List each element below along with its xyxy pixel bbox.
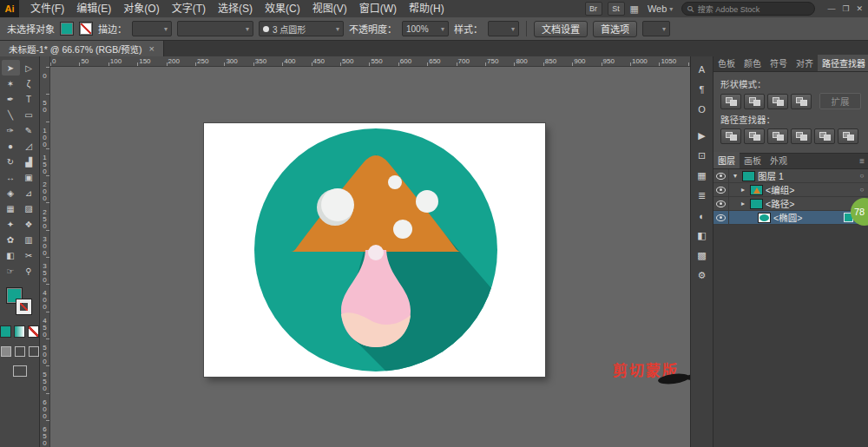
menu-item-4[interactable]: 选择(S) (212, 0, 259, 17)
preferences-button[interactable]: 首选项 (593, 21, 637, 37)
perspective-grid-tool[interactable]: ⊿ (20, 185, 38, 200)
transparency-panel-icon[interactable]: ◐ (694, 208, 711, 223)
visibility-toggle[interactable] (713, 197, 729, 210)
menu-item-2[interactable]: 对象(O) (117, 0, 165, 17)
blend-tool[interactable]: ❖ (20, 216, 38, 232)
pencil-tool[interactable]: ✎ (20, 122, 38, 138)
artboard[interactable] (204, 123, 545, 377)
align-options-combo[interactable] (642, 21, 670, 36)
mushroom-artwork[interactable] (204, 123, 545, 377)
tab-外观[interactable]: 外观 (766, 152, 792, 168)
visibility-toggle[interactable] (713, 211, 729, 224)
pattern-panel-icon[interactable]: ▩ (694, 248, 711, 263)
expand-arrow-icon[interactable]: ▾ (731, 172, 740, 180)
target-circle-icon[interactable]: ○ (856, 172, 868, 180)
visibility-toggle[interactable] (713, 183, 729, 196)
app-logo[interactable]: Ai (0, 0, 19, 17)
selection-tool[interactable]: ➤ (2, 60, 20, 76)
document-tab[interactable]: 未标题-1* @ 66.67% (RGB/预览) × (0, 41, 164, 56)
none-mode-button[interactable] (28, 325, 39, 338)
tab-颜色[interactable]: 颜色 (740, 55, 766, 71)
spot-large[interactable] (321, 188, 354, 221)
spot-lower[interactable] (393, 220, 412, 239)
expand-arrow-icon[interactable]: ▸ (739, 186, 747, 194)
minus-back-button[interactable] (838, 128, 858, 144)
tab-画板[interactable]: 画板 (740, 152, 766, 168)
intersect-button[interactable] (767, 94, 788, 109)
artboard-tool[interactable]: ◧ (2, 247, 20, 263)
layer-row-1[interactable]: ▸<编组>○ (713, 183, 868, 197)
tab-对齐[interactable]: 对齐 (792, 55, 818, 71)
stem-top-dot[interactable] (368, 245, 384, 260)
free-transform-tool[interactable]: ▣ (20, 169, 38, 185)
divide-button[interactable] (720, 128, 741, 144)
tab-close-icon[interactable]: × (149, 43, 155, 54)
tab-符号[interactable]: 符号 (766, 55, 792, 71)
spot-small[interactable] (388, 175, 402, 189)
crop-button[interactable] (791, 128, 812, 144)
direct-selection-tool[interactable]: ▷ (20, 60, 38, 76)
canvas[interactable]: 剪切蒙版 (50, 67, 690, 447)
opentype-panel-icon[interactable]: O (694, 102, 711, 116)
character-panel-icon[interactable]: A (694, 62, 711, 76)
eyedropper-tool[interactable]: ✦ (2, 216, 20, 232)
gradient-mode-button[interactable] (14, 325, 25, 338)
trim-button[interactable] (744, 128, 765, 144)
restore-button[interactable]: ❐ (842, 4, 849, 13)
adobe-stock-search-input[interactable]: ⚲ 搜索 Adobe Stock (681, 2, 815, 16)
menu-item-6[interactable]: 视图(V) (306, 0, 353, 17)
width-profile-combo[interactable] (177, 21, 253, 36)
layer-row-0[interactable]: ▾图层 1○ (713, 169, 868, 183)
symbols-panel-icon[interactable]: ▦ (694, 168, 711, 183)
menu-item-1[interactable]: 编辑(E) (70, 0, 117, 17)
rotate-tool[interactable]: ↻ (2, 154, 20, 169)
mesh-tool[interactable]: ▦ (2, 200, 20, 216)
column-graph-tool[interactable]: ▥ (20, 232, 38, 247)
layer-row-2[interactable]: ▸<路径>○ (713, 197, 868, 211)
line-tool[interactable]: ╲ (2, 107, 20, 122)
outline-button[interactable] (814, 128, 835, 144)
stroke-panel-icon[interactable]: ≣ (694, 188, 711, 203)
draw-inside-button[interactable] (29, 346, 39, 357)
style-combo[interactable] (488, 21, 519, 36)
tab-图层[interactable]: 图层 (713, 152, 740, 168)
brush-definition-combo[interactable]: 3 点圆形 (259, 21, 344, 36)
zoom-tool[interactable]: ⚲ (20, 263, 38, 279)
draw-normal-button[interactable] (1, 346, 11, 357)
arrange-documents-icon[interactable]: ▦ (630, 3, 639, 15)
magic-wand-tool[interactable]: ✶ (2, 76, 20, 91)
gradient-panel-icon[interactable]: ◧ (694, 228, 711, 243)
scale-tool[interactable]: ▟ (20, 154, 38, 169)
paintbrush-tool[interactable]: ✑ (2, 122, 20, 138)
paragraph-panel-icon[interactable]: ¶ (694, 82, 711, 96)
unite-button[interactable] (720, 94, 741, 109)
spot-right[interactable] (416, 190, 438, 213)
gear-icon[interactable]: ⚙ (694, 268, 711, 283)
width-tool[interactable]: ↔ (2, 169, 20, 185)
links-panel-icon[interactable]: ⊡ (694, 148, 711, 163)
actions-panel-icon[interactable]: ▶ (694, 128, 711, 143)
color-mode-button[interactable] (0, 325, 11, 338)
menu-item-8[interactable]: 帮助(H) (403, 0, 450, 17)
menu-item-5[interactable]: 效果(C) (259, 0, 306, 17)
expand-arrow-icon[interactable]: ▸ (739, 200, 747, 207)
document-setup-button[interactable]: 文档设置 (534, 21, 588, 37)
panel-menu-icon[interactable]: ≡ (859, 156, 865, 166)
workspace-switcher[interactable]: Web (644, 3, 676, 14)
panel-menu-icon[interactable]: ≡ (859, 59, 865, 69)
menu-item-3[interactable]: 文字(T) (166, 0, 212, 17)
expand-button[interactable]: 扩展 (819, 93, 861, 109)
gradient-tool[interactable]: ▨ (20, 200, 38, 216)
pen-tool[interactable]: ✒ (2, 91, 20, 107)
screen-mode-button[interactable] (13, 365, 27, 377)
menu-item-7[interactable]: 窗口(W) (353, 0, 403, 17)
ruler-origin-corner[interactable] (40, 56, 50, 67)
bridge-button[interactable]: Br (585, 2, 602, 16)
stroke-swatch[interactable] (16, 299, 31, 314)
eraser-tool[interactable]: ◿ (20, 138, 38, 154)
slice-tool[interactable]: ✂ (20, 247, 38, 263)
target-circle-icon[interactable]: ○ (856, 186, 868, 194)
tab-色板[interactable]: 色板 (713, 55, 740, 71)
stroke-weight-combo[interactable] (132, 21, 172, 36)
exclude-button[interactable] (791, 94, 812, 109)
